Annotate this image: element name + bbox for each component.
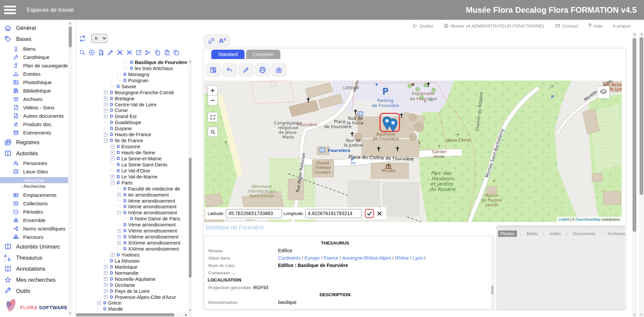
- expand-icon[interactable]: +: [104, 109, 108, 112]
- sidebar-item-emplacements[interactable]: Emplacements: [0, 191, 75, 199]
- tree-node-label[interactable]: Paris: [121, 180, 132, 186]
- expand-icon[interactable]: +: [117, 229, 121, 233]
- paste-button[interactable]: [163, 48, 170, 57]
- tree-node-label[interactable]: VIIème arrondissement: [128, 234, 178, 240]
- expand-icon[interactable]: +: [104, 97, 108, 100]
- sidebar-item-g-n-ral[interactable]: Général: [0, 22, 75, 34]
- sidebar-item-ensemble[interactable]: Ensemble: [0, 216, 75, 224]
- sidebar-item-autorit-s-unimarc[interactable]: Autorités Unimarc: [0, 241, 75, 252]
- tree-node-occitanie[interactable]: +DOccitanie: [76, 282, 189, 288]
- tree-node-paris[interactable]: −DParis: [76, 180, 189, 186]
- map-layers-button[interactable]: [597, 86, 610, 99]
- tree-node-martinique[interactable]: +DMartinique: [76, 264, 189, 270]
- tree-node-montagny[interactable]: DMontagny: [76, 71, 189, 77]
- expand-icon[interactable]: +: [117, 235, 121, 239]
- tree-node-label[interactable]: Savoie: [121, 84, 136, 89]
- add-circle-button[interactable]: [88, 48, 95, 57]
- tree-node-label[interactable]: Ier arrondissement: [128, 192, 169, 198]
- delete-button[interactable]: [116, 48, 123, 57]
- sidebar-item-autres-documents[interactable]: Autres documents: [0, 112, 75, 120]
- open-external-button[interactable]: [135, 48, 142, 57]
- tree-node-le-val-de-marne[interactable]: +DLe Val-de-Marne: [76, 174, 189, 180]
- sidebar-item-phototh-que[interactable]: Photothèque: [0, 78, 75, 87]
- tree-node-label[interactable]: XXème arrondissement: [128, 246, 179, 252]
- tree-node-basilique-de-fourvi-re[interactable]: DBasilique de Fourvière: [76, 59, 189, 65]
- tree-node-xx-me-arrondissement[interactable]: DXXème arrondissement: [76, 246, 189, 252]
- expand-icon[interactable]: +: [104, 283, 108, 287]
- tree-node-xix-me-arrondissement[interactable]: +DXIXème arrondissement: [76, 240, 189, 246]
- sidebar-item-ev-nements[interactable]: Evènements: [0, 128, 75, 137]
- tree-horizontal-scrollbar[interactable]: ▶: [76, 313, 193, 317]
- tab-compl-te[interactable]: Complète: [246, 50, 280, 59]
- tree-node-label[interactable]: Grand Est: [115, 114, 137, 119]
- sidebar-item-parcours[interactable]: Parcours: [0, 233, 75, 241]
- tree-node-label[interactable]: Centre-Val de Loire: [115, 102, 157, 107]
- collapse-icon[interactable]: −: [104, 139, 108, 143]
- sidebar-item-mes-recherches[interactable]: Mes recherches: [0, 274, 75, 285]
- sidebar-item-entr-es[interactable]: Entrées: [0, 70, 75, 78]
- expand-icon[interactable]: +: [104, 271, 108, 275]
- tree-node-label[interactable]: Provence-Alpes-Côte d'Azur: [115, 295, 176, 300]
- tree-node-ier-arrondissement[interactable]: +DIer arrondissement: [76, 192, 189, 198]
- tree-node-bourgogne-franche-comt[interactable]: +DBourgogne-Franche-Comté: [76, 90, 189, 96]
- tree-node-label[interactable]: Nouvelle-Aquitaine: [115, 276, 156, 282]
- sidebar-item-noms-scientifiques[interactable]: Noms scientifiques: [0, 224, 75, 233]
- tree-node-savoie[interactable]: DSavoie: [76, 84, 189, 90]
- sidebar-item-vid-os-sons[interactable]: Vidéos - Sons: [0, 103, 75, 112]
- tree-node-hauts-de-seine[interactable]: +DHauts-de-Seine: [76, 150, 189, 156]
- tree-node-label[interactable]: XIXème arrondissement: [128, 240, 180, 246]
- expand-icon[interactable]: +: [117, 241, 121, 245]
- tree-vertical-scrollbar[interactable]: ▲ ▼: [188, 59, 192, 313]
- sidebar-item-lieux-sites[interactable]: Lieux-Sites: [0, 167, 75, 176]
- media-tab-biblio[interactable]: Biblio: [524, 230, 540, 237]
- sidebar-item-recherche[interactable]: - Recherche: [0, 183, 75, 189]
- map-zoom-in-button[interactable]: +: [208, 85, 218, 95]
- place-link-auvergne-rh-ne-alpes[interactable]: Auvergne-Rhône-Alpes: [342, 255, 391, 261]
- tree-node-ile-de-france[interactable]: −DIle de France: [76, 138, 189, 144]
- tree-node-grand-est[interactable]: +DGrand Est: [76, 113, 189, 119]
- media-tab-vid-o[interactable]: Vidéo: [547, 230, 563, 237]
- tree-node-label[interactable]: Basilique de Fourvière: [135, 60, 187, 65]
- sidebar-item-produits-doc[interactable]: Produits doc.: [0, 120, 75, 128]
- details-scrollbar[interactable]: [491, 236, 494, 309]
- expand-icon[interactable]: +: [111, 151, 114, 155]
- tree-node-label[interactable]: Grèce: [108, 300, 121, 306]
- tree-node-les-trois-artichaux[interactable]: Dles trois Artichaux: [76, 65, 189, 71]
- edit-button[interactable]: [238, 63, 254, 76]
- language-select[interactable]: fr: [91, 34, 107, 43]
- tree-node-iii-me-arrondissement[interactable]: DIIIème arrondissement: [76, 204, 189, 210]
- sidebar-item-annotations[interactable]: Annotations: [0, 263, 75, 274]
- tree-node-bretagne[interactable]: +DBretagne: [76, 96, 189, 102]
- tree-node-nouvelle-aquitaine[interactable]: +DNouvelle-Aquitaine: [76, 276, 189, 282]
- collapse-icon[interactable]: −: [111, 181, 114, 184]
- place-link-europe[interactable]: Europe: [305, 255, 320, 261]
- tree-node-label[interactable]: Hauts-de-France: [115, 132, 151, 137]
- tree-node-label[interactable]: Faculté de médecine de: [128, 186, 180, 192]
- tree-node-label[interactable]: Hauts-de-Seine: [121, 150, 155, 155]
- sidebar-item-thesaurus[interactable]: A↓↑BThesaurus: [0, 252, 75, 263]
- tree-node-label[interactable]: Martinique: [115, 264, 138, 270]
- sidebar-item-plan-de-sauvegarde[interactable]: Plan de sauvegarde: [0, 61, 75, 70]
- sidebar-item-caroth-que[interactable]: Carothèque: [0, 53, 75, 61]
- map-fullscreen-button[interactable]: [208, 112, 218, 122]
- tree-node-label[interactable]: Occitanie: [115, 282, 135, 288]
- tree-node-irlande[interactable]: DIrlande: [76, 306, 189, 312]
- tree-node-label[interactable]: Irlande: [108, 306, 123, 312]
- tree-node-essonne[interactable]: +DEssonne: [76, 144, 189, 150]
- sidebar-item-personnes[interactable]: Personnes: [0, 159, 75, 167]
- unlink-button[interactable]: [126, 48, 133, 57]
- tree-node-la-r-union[interactable]: DLa Réunion: [76, 258, 189, 264]
- tree-node-label[interactable]: IVème arrondissement: [128, 210, 177, 215]
- copy-button[interactable]: [154, 48, 161, 57]
- expand-icon[interactable]: +: [104, 277, 108, 281]
- tree-node-gr-ce[interactable]: +DGrèce: [76, 300, 189, 306]
- longitude-input[interactable]: [305, 209, 362, 218]
- tree-node-hauts-de-france[interactable]: +DHauts-de-France: [76, 131, 189, 138]
- tree-node-label[interactable]: Normandie: [115, 270, 139, 276]
- tree-node-normandie[interactable]: +DNormandie: [76, 270, 189, 276]
- tree-node-guadeloupe[interactable]: DGuadeloupe: [76, 119, 189, 125]
- duplicate-button[interactable]: [173, 48, 180, 57]
- tree-node-label[interactable]: Le Val-d'Oise: [121, 168, 150, 173]
- tree-node-centre-val-de-loire[interactable]: +DCentre-Val de Loire: [76, 102, 189, 108]
- collapse-icon[interactable]: −: [117, 211, 121, 215]
